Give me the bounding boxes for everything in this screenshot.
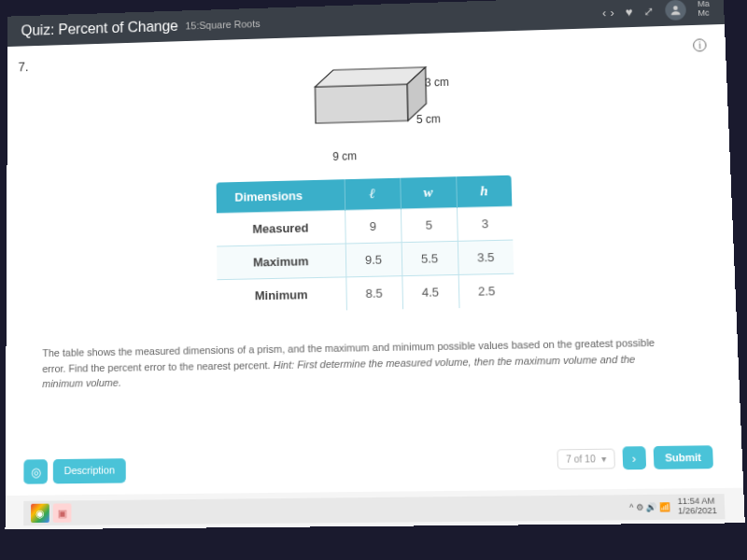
dimensions-table: Dimensions ℓ w h Measured 9 5 3 Maximum … <box>215 174 517 315</box>
width-label: 5 cm <box>416 113 441 126</box>
quiz-subtitle: 15:Square Roots <box>185 18 260 31</box>
header-title-area: Quiz: Percent of Change 15:Square Roots <box>21 15 260 38</box>
taskbar-apps: ◉ ▣ <box>31 503 71 523</box>
avatar[interactable] <box>666 0 687 21</box>
instruction-text: The table shows the measured dimensions … <box>42 335 661 392</box>
question-content: 7. i 3 cm 5 cm 9 cm Dimensions ℓ w h <box>6 24 744 496</box>
length-label: 9 cm <box>332 149 357 162</box>
submit-button[interactable]: Submit <box>653 445 713 469</box>
prism-figure: 3 cm 5 cm 9 cm <box>260 55 464 161</box>
col-w: w <box>400 175 457 209</box>
footer-controls: 7 of 10 ▾ › Submit <box>557 445 713 470</box>
svg-point-0 <box>673 6 678 10</box>
footer-left: ◎ Description <box>23 458 125 484</box>
description-button[interactable]: Description <box>53 458 126 483</box>
user-label: Ma Mc <box>698 0 710 19</box>
chrome-icon[interactable]: ◉ <box>31 504 49 523</box>
taskbar: ◉ ▣ ^ ⚙ 🔊 📶 11:54 AM 1/26/2021 <box>23 494 725 525</box>
col-l: ℓ <box>345 177 401 211</box>
table-row: Minimum 8.5 4.5 2.5 <box>216 273 515 314</box>
taskbar-tray: ^ ⚙ 🔊 📶 11:54 AM 1/26/2021 <box>629 497 717 517</box>
next-button[interactable]: › <box>622 446 646 469</box>
pager[interactable]: 7 of 10 ▾ <box>557 448 615 469</box>
header-controls: ♥ ⤢ Ma Mc <box>602 0 711 22</box>
svg-marker-1 <box>315 84 408 123</box>
nav-arrows-icon[interactable] <box>602 6 614 20</box>
expand-icon[interactable]: ⤢ <box>643 4 655 18</box>
info-icon[interactable]: i <box>693 38 707 51</box>
question-number: 7. <box>18 60 28 75</box>
app-icon[interactable]: ▣ <box>53 503 72 522</box>
tray-icons[interactable]: ^ ⚙ 🔊 📶 <box>629 502 670 512</box>
description-icon-button[interactable]: ◎ <box>23 459 48 484</box>
prism-svg <box>288 56 437 142</box>
clock[interactable]: 11:54 AM 1/26/2021 <box>677 497 717 516</box>
heart-icon[interactable]: ♥ <box>626 5 633 19</box>
col-h: h <box>456 175 513 208</box>
height-label: 3 cm <box>425 76 449 89</box>
quiz-title: Quiz: Percent of Change <box>21 18 177 39</box>
col-dimensions: Dimensions <box>216 178 345 213</box>
chevron-down-icon: ▾ <box>601 453 607 463</box>
